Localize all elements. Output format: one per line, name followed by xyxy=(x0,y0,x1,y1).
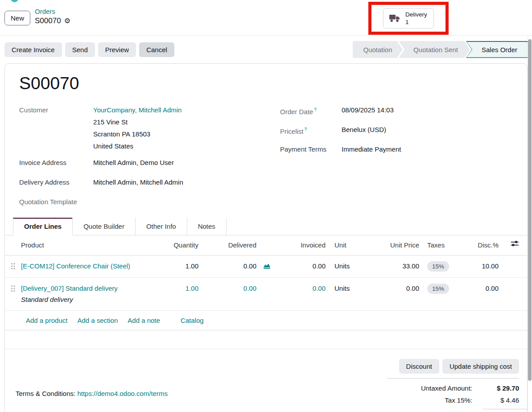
tax-amount-value: $ 4.46 xyxy=(472,394,519,406)
order-title: S00070 xyxy=(19,74,527,93)
col-header-discount[interactable]: Disc.% xyxy=(471,235,502,255)
status-quotation[interactable]: Quotation xyxy=(353,41,403,58)
payment-terms-value[interactable]: Immediate Payment xyxy=(342,143,401,155)
tax-amount-label: Tax 15%: xyxy=(445,394,472,406)
form-sheet: S00070 Customer YourCompany, Mitchell Ad… xyxy=(4,63,528,412)
col-header-unit[interactable]: Unit xyxy=(328,235,371,255)
annotation-highlight-box: Delivery 1 xyxy=(368,2,449,35)
send-button[interactable]: Send xyxy=(65,42,95,57)
field-column-right: Order Date? 08/09/2025 14:03 Pricelist? … xyxy=(280,104,527,208)
untaxed-amount-label: Untaxed Amount: xyxy=(421,382,472,394)
tab-other-info[interactable]: Other Info xyxy=(135,218,187,235)
terms-and-conditions: Terms & Conditions: https://demo4.odoo.c… xyxy=(16,390,168,397)
cell-unit-price[interactable]: 0.00 xyxy=(371,278,422,299)
order-date-value[interactable]: 08/09/2025 14:03 xyxy=(342,104,394,118)
drag-handle-icon[interactable] xyxy=(5,255,21,276)
top-header: New Orders S00070 ⚙ Delivery xyxy=(0,0,532,36)
customer-address-line: Scranton PA 18503 xyxy=(93,128,181,140)
drag-handle-icon[interactable] xyxy=(5,278,21,298)
table-add-row: Add a product Add a section Add a note C… xyxy=(5,311,527,330)
tax-badge: 15% xyxy=(427,284,449,294)
delivery-smart-button[interactable]: Delivery 1 xyxy=(383,8,434,29)
status-sales-order-active[interactable]: Sales Order xyxy=(466,41,528,58)
catalog-link[interactable]: Catalog xyxy=(181,317,204,324)
scrollbar-thumb[interactable] xyxy=(528,39,532,381)
cell-discount[interactable]: 10.00 xyxy=(471,255,502,277)
product-link[interactable]: [E-COM12] Conference Chair (Steel) xyxy=(21,262,130,270)
customer-link[interactable]: YourCompany, Mitchell Admin xyxy=(93,106,181,114)
action-buttons: Create Invoice Send Preview Cancel xyxy=(4,42,174,57)
tab-order-lines[interactable]: Order Lines xyxy=(13,218,73,235)
new-button[interactable]: New xyxy=(4,11,30,25)
order-line-row[interactable]: [Delivery_007] Standard delivery Standar… xyxy=(5,278,527,311)
order-line-row[interactable]: [E-COM12] Conference Chair (Steel) 1.00 … xyxy=(5,255,527,278)
help-icon: ? xyxy=(305,127,307,132)
breadcrumb-orders-link[interactable]: Orders xyxy=(35,8,55,15)
terms-link[interactable]: https://demo4.odoo.com/terms xyxy=(77,390,168,397)
field-group: Customer YourCompany, Mitchell Admin 215… xyxy=(5,93,527,208)
field-column-left: Customer YourCompany, Mitchell Admin 215… xyxy=(19,104,267,208)
customer-address-line: United States xyxy=(93,140,181,152)
create-invoice-button[interactable]: Create Invoice xyxy=(4,42,62,57)
status-quotation-sent[interactable]: Quotation Sent xyxy=(399,41,470,58)
pricelist-label: Pricelist? xyxy=(280,124,342,137)
cell-unit[interactable]: Units xyxy=(328,255,371,277)
col-header-invoiced[interactable]: Invoiced xyxy=(259,235,328,255)
cell-unit[interactable]: Units xyxy=(328,278,371,299)
cell-unit-price[interactable]: 33.00 xyxy=(371,255,422,277)
cell-quantity[interactable]: 1.00 xyxy=(152,255,201,277)
col-header-quantity[interactable]: Quantity xyxy=(152,235,201,255)
order-date-label: Order Date? xyxy=(280,104,342,118)
add-product-link[interactable]: Add a product xyxy=(26,317,67,324)
customer-address-line: 215 Vine St xyxy=(93,116,181,128)
delivery-address-label: Delivery Address xyxy=(19,176,93,188)
sheet-footer: Terms & Conditions: https://demo4.odoo.c… xyxy=(5,349,527,411)
invoice-address-value[interactable]: Mitchell Admin, Demo User xyxy=(93,157,174,169)
customer-label: Customer xyxy=(19,104,93,152)
update-shipping-cost-button[interactable]: Update shipping cost xyxy=(442,359,519,374)
add-section-link[interactable]: Add a section xyxy=(77,317,118,324)
cancel-button[interactable]: Cancel xyxy=(139,42,174,57)
delivery-button-count: 1 xyxy=(405,18,427,26)
cell-delivered[interactable]: 0.00 xyxy=(201,255,259,277)
payment-terms-label: Payment Terms xyxy=(280,143,342,155)
col-header-product[interactable]: Product xyxy=(21,235,152,255)
col-header-delivered[interactable]: Delivered xyxy=(201,235,259,255)
app-logo-fragment xyxy=(11,0,18,2)
order-lines-header: Product Quantity Delivered Invoiced Unit… xyxy=(5,235,527,255)
delivery-address-value[interactable]: Mitchell Admin, Mitchell Admin xyxy=(93,176,183,188)
cell-delivered[interactable]: 0.00 xyxy=(201,278,259,299)
tab-notes[interactable]: Notes xyxy=(187,218,227,235)
tax-badge: 15% xyxy=(427,261,449,272)
pricelist-value[interactable]: Benelux (USD) xyxy=(342,124,386,137)
delivery-button-label: Delivery xyxy=(405,11,427,18)
status-pipeline: Quotation Quotation Sent Sales Order xyxy=(353,41,528,58)
product-description: Standard delivery xyxy=(21,295,152,305)
col-header-unit-price[interactable]: Unit Price xyxy=(371,235,422,255)
notebook-tabs: Order Lines Quote Builder Other Info Not… xyxy=(5,218,527,235)
column-sliders-icon[interactable] xyxy=(502,235,527,252)
tab-quote-builder[interactable]: Quote Builder xyxy=(72,218,136,235)
vertical-scrollbar[interactable] xyxy=(528,36,532,412)
cell-taxes[interactable]: 15% xyxy=(422,255,471,277)
cell-taxes[interactable]: 15% xyxy=(422,278,471,300)
invoice-address-label: Invoice Address xyxy=(19,157,93,169)
truck-icon xyxy=(389,14,401,23)
col-header-taxes[interactable]: Taxes xyxy=(422,235,471,255)
add-note-link[interactable]: Add a note xyxy=(128,317,160,324)
untaxed-amount-value: $ 29.70 xyxy=(472,382,519,394)
odoo-sales-order-page: New Orders S00070 ⚙ Delivery xyxy=(0,0,532,412)
area-chart-icon[interactable] xyxy=(263,262,271,272)
cell-quantity[interactable]: 1.00 xyxy=(152,278,201,299)
gear-icon[interactable]: ⚙ xyxy=(64,17,70,25)
tab-content-separator xyxy=(5,330,527,349)
cell-discount[interactable]: 0.00 xyxy=(471,278,502,299)
quotation-template-label: Quotation Template xyxy=(19,196,93,208)
discount-button[interactable]: Discount xyxy=(399,359,439,374)
preview-button[interactable]: Preview xyxy=(98,42,136,57)
breadcrumb-current-record: S00070 xyxy=(35,16,61,25)
breadcrumb: Orders S00070 ⚙ xyxy=(35,7,70,25)
total-divider xyxy=(483,409,527,411)
cell-invoiced[interactable]: 0.00 xyxy=(259,278,328,299)
product-link[interactable]: [Delivery_007] Standard delivery xyxy=(21,284,118,292)
